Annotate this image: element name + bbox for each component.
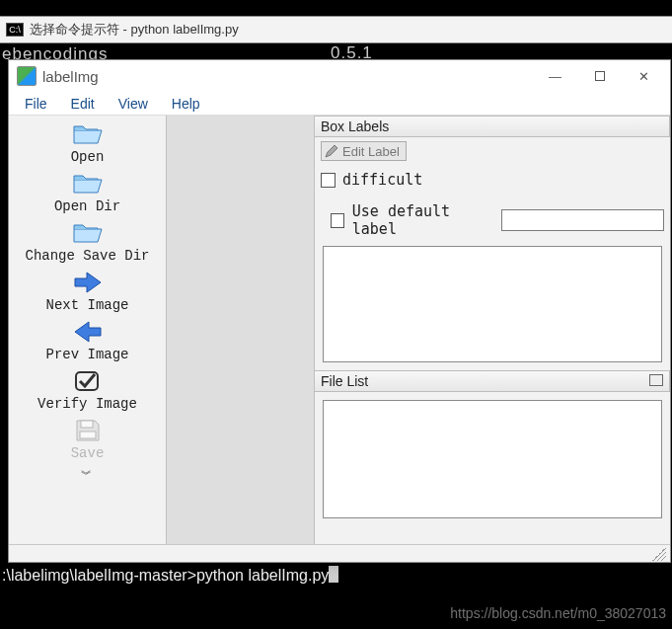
cmd-icon: C:\ <box>6 23 24 37</box>
tool-open-dir[interactable]: Open Dir <box>9 171 166 214</box>
tool-save[interactable]: Save <box>9 418 166 461</box>
menu-bar: File Edit View Help <box>9 92 670 116</box>
dock-float-icon[interactable] <box>651 376 663 386</box>
menu-edit[interactable]: Edit <box>61 94 105 114</box>
pencil-icon <box>324 143 339 159</box>
cmd-title: 选择命令提示符 - python labelImg.py <box>30 21 239 39</box>
menu-file[interactable]: File <box>15 94 57 114</box>
app-icon <box>17 66 37 86</box>
minimize-button[interactable]: — <box>533 62 577 90</box>
svg-rect-2 <box>80 432 96 438</box>
checkmark-icon <box>71 368 105 394</box>
difficult-label: difficult <box>342 171 422 189</box>
menu-view[interactable]: View <box>109 94 158 114</box>
window-titlebar[interactable]: labelImg — ✕ <box>9 60 670 92</box>
resize-grip-icon[interactable] <box>652 547 666 561</box>
box-labels-header[interactable]: Box Labels <box>315 116 670 137</box>
difficult-checkbox[interactable] <box>321 173 336 188</box>
use-default-label-text: Use default label <box>352 202 489 238</box>
close-button[interactable]: ✕ <box>622 62 666 90</box>
tool-change-save-dir[interactable]: Change Save Dir <box>9 220 166 264</box>
folder-open-icon <box>71 171 105 197</box>
cmd-titlebar: C:\ 选择命令提示符 - python labelImg.py <box>0 16 672 43</box>
arrow-right-icon <box>71 270 105 295</box>
box-labels-panel: Edit Label difficult Use default label <box>315 137 670 370</box>
floppy-icon <box>71 418 105 443</box>
svg-rect-1 <box>81 421 93 428</box>
file-list[interactable] <box>323 400 662 518</box>
maximize-icon <box>595 71 605 81</box>
edit-label-button: Edit Label <box>321 141 407 161</box>
tool-next-image[interactable]: Next Image <box>9 270 166 313</box>
left-toolbar: Open Open Dir Change Save Dir Next Image <box>9 116 167 562</box>
file-list-header[interactable]: File List <box>315 370 670 392</box>
tool-verify-image[interactable]: Verify Image <box>9 368 166 412</box>
cursor-icon <box>329 566 338 583</box>
menu-help[interactable]: Help <box>162 94 210 114</box>
image-canvas[interactable] <box>167 116 315 562</box>
cmd-prompt-line[interactable]: :\labelimg\labelImg-master>python labelI… <box>0 563 672 592</box>
labelimg-window: labelImg — ✕ File Edit View Help Open O <box>8 59 671 563</box>
window-title: labelImg <box>42 68 533 85</box>
folder-open-icon <box>71 220 105 246</box>
arrow-left-icon <box>71 319 105 345</box>
folder-open-icon <box>71 121 105 147</box>
toolbar-overflow-icon[interactable]: ︾ <box>81 467 95 482</box>
tool-prev-image[interactable]: Prev Image <box>9 319 166 362</box>
status-bar <box>9 544 670 562</box>
default-label-input[interactable] <box>501 209 664 231</box>
use-default-label-checkbox[interactable] <box>331 213 344 228</box>
maximize-button[interactable] <box>577 62 622 90</box>
tool-open[interactable]: Open <box>9 121 166 165</box>
label-list[interactable] <box>323 246 662 362</box>
